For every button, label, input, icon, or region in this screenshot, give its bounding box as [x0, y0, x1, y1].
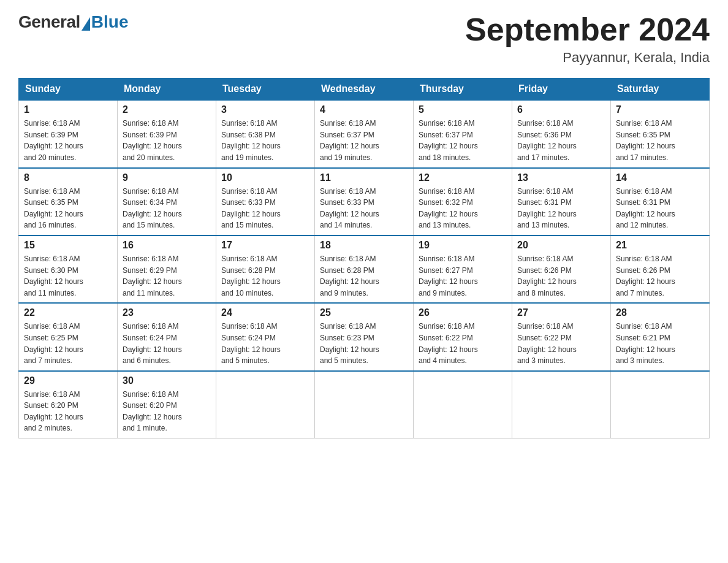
week-row-2: 8 Sunrise: 6:18 AMSunset: 6:35 PMDayligh… [19, 168, 710, 236]
day-number: 21 [616, 240, 704, 251]
day-info: Sunrise: 6:18 AMSunset: 6:28 PMDaylight:… [221, 255, 281, 297]
calendar-cell: 15 Sunrise: 6:18 AMSunset: 6:30 PMDaylig… [19, 236, 118, 303]
day-info: Sunrise: 6:18 AMSunset: 6:37 PMDaylight:… [320, 119, 379, 162]
calendar-cell: 27 Sunrise: 6:18 AMSunset: 6:22 PMDaylig… [512, 303, 611, 370]
calendar-cell: 26 Sunrise: 6:18 AMSunset: 6:22 PMDaylig… [414, 303, 512, 370]
day-info: Sunrise: 6:18 AMSunset: 6:32 PMDaylight:… [419, 187, 478, 230]
day-info: Sunrise: 6:18 AMSunset: 6:33 PMDaylight:… [320, 187, 379, 230]
day-number: 28 [616, 307, 704, 318]
calendar-cell: 21 Sunrise: 6:18 AMSunset: 6:26 PMDaylig… [611, 236, 710, 303]
calendar-cell: 13 Sunrise: 6:18 AMSunset: 6:31 PMDaylig… [512, 168, 611, 236]
calendar-cell: 4 Sunrise: 6:18 AMSunset: 6:37 PMDayligh… [315, 100, 414, 167]
day-number: 14 [616, 172, 704, 183]
day-info: Sunrise: 6:18 AMSunset: 6:35 PMDaylight:… [24, 187, 83, 230]
calendar-cell: 17 Sunrise: 6:18 AMSunset: 6:28 PMDaylig… [216, 236, 315, 303]
header-saturday: Saturday [611, 79, 710, 101]
day-number: 4 [320, 104, 408, 115]
header-monday: Monday [118, 79, 216, 101]
day-info: Sunrise: 6:18 AMSunset: 6:31 PMDaylight:… [517, 187, 577, 230]
calendar-table: Sunday Monday Tuesday Wednesday Thursday… [18, 78, 710, 439]
day-number: 16 [123, 240, 211, 251]
day-number: 22 [24, 307, 112, 318]
header-friday: Friday [512, 79, 611, 101]
day-info: Sunrise: 6:18 AMSunset: 6:31 PMDaylight:… [616, 187, 675, 230]
calendar-cell [414, 371, 512, 439]
logo: General Blue [18, 12, 128, 32]
calendar-cell: 23 Sunrise: 6:18 AMSunset: 6:24 PMDaylig… [118, 303, 216, 370]
calendar-cell: 11 Sunrise: 6:18 AMSunset: 6:33 PMDaylig… [315, 168, 414, 236]
day-info: Sunrise: 6:18 AMSunset: 6:29 PMDaylight:… [123, 255, 182, 297]
day-number: 17 [221, 240, 309, 251]
day-info: Sunrise: 6:18 AMSunset: 6:28 PMDaylight:… [320, 255, 379, 297]
day-number: 18 [320, 240, 408, 251]
calendar-cell: 20 Sunrise: 6:18 AMSunset: 6:26 PMDaylig… [512, 236, 611, 303]
calendar-cell: 7 Sunrise: 6:18 AMSunset: 6:35 PMDayligh… [611, 100, 710, 167]
location-subtitle: Payyannur, Kerala, India [465, 50, 710, 66]
day-info: Sunrise: 6:18 AMSunset: 6:37 PMDaylight:… [419, 119, 478, 162]
day-number: 23 [123, 307, 211, 318]
calendar-cell: 18 Sunrise: 6:18 AMSunset: 6:28 PMDaylig… [315, 236, 414, 303]
day-number: 5 [419, 104, 507, 115]
calendar-cell: 5 Sunrise: 6:18 AMSunset: 6:37 PMDayligh… [414, 100, 512, 167]
day-number: 1 [24, 104, 112, 115]
day-info: Sunrise: 6:18 AMSunset: 6:27 PMDaylight:… [419, 255, 478, 297]
calendar-cell [611, 371, 710, 439]
week-row-3: 15 Sunrise: 6:18 AMSunset: 6:30 PMDaylig… [19, 236, 710, 303]
calendar-cell: 10 Sunrise: 6:18 AMSunset: 6:33 PMDaylig… [216, 168, 315, 236]
page-header: General Blue September 2024 Payyannur, K… [18, 12, 710, 66]
day-number: 9 [123, 172, 211, 183]
calendar-cell: 9 Sunrise: 6:18 AMSunset: 6:34 PMDayligh… [118, 168, 216, 236]
day-info: Sunrise: 6:18 AMSunset: 6:24 PMDaylight:… [123, 322, 182, 365]
header-thursday: Thursday [414, 79, 512, 101]
calendar-cell: 16 Sunrise: 6:18 AMSunset: 6:29 PMDaylig… [118, 236, 216, 303]
calendar-cell: 3 Sunrise: 6:18 AMSunset: 6:38 PMDayligh… [216, 100, 315, 167]
calendar-cell: 12 Sunrise: 6:18 AMSunset: 6:32 PMDaylig… [414, 168, 512, 236]
calendar-cell: 30 Sunrise: 6:18 AMSunset: 6:20 PMDaylig… [118, 371, 216, 439]
day-number: 3 [221, 104, 309, 115]
day-info: Sunrise: 6:18 AMSunset: 6:24 PMDaylight:… [221, 322, 281, 365]
logo-triangle-icon [82, 17, 90, 31]
day-info: Sunrise: 6:18 AMSunset: 6:21 PMDaylight:… [616, 322, 675, 365]
day-number: 13 [517, 172, 605, 183]
day-info: Sunrise: 6:18 AMSunset: 6:33 PMDaylight:… [221, 187, 281, 230]
calendar-cell: 19 Sunrise: 6:18 AMSunset: 6:27 PMDaylig… [414, 236, 512, 303]
day-info: Sunrise: 6:18 AMSunset: 6:20 PMDaylight:… [123, 390, 182, 433]
day-number: 26 [419, 307, 507, 318]
calendar-cell: 14 Sunrise: 6:18 AMSunset: 6:31 PMDaylig… [611, 168, 710, 236]
logo-blue-text: Blue [91, 12, 129, 32]
calendar-cell [315, 371, 414, 439]
calendar-cell: 1 Sunrise: 6:18 AMSunset: 6:39 PMDayligh… [19, 100, 118, 167]
week-row-5: 29 Sunrise: 6:18 AMSunset: 6:20 PMDaylig… [19, 371, 710, 439]
day-number: 10 [221, 172, 309, 183]
calendar-cell: 8 Sunrise: 6:18 AMSunset: 6:35 PMDayligh… [19, 168, 118, 236]
day-number: 24 [221, 307, 309, 318]
day-info: Sunrise: 6:18 AMSunset: 6:26 PMDaylight:… [517, 255, 577, 297]
day-number: 19 [419, 240, 507, 251]
header-sunday: Sunday [19, 79, 118, 101]
calendar-cell: 6 Sunrise: 6:18 AMSunset: 6:36 PMDayligh… [512, 100, 611, 167]
day-info: Sunrise: 6:18 AMSunset: 6:23 PMDaylight:… [320, 322, 379, 365]
day-number: 8 [24, 172, 112, 183]
calendar-cell [216, 371, 315, 439]
day-number: 25 [320, 307, 408, 318]
day-info: Sunrise: 6:18 AMSunset: 6:25 PMDaylight:… [24, 322, 83, 365]
header-row: Sunday Monday Tuesday Wednesday Thursday… [19, 79, 710, 101]
day-number: 27 [517, 307, 605, 318]
calendar-cell: 28 Sunrise: 6:18 AMSunset: 6:21 PMDaylig… [611, 303, 710, 370]
day-info: Sunrise: 6:18 AMSunset: 6:22 PMDaylight:… [517, 322, 577, 365]
day-number: 11 [320, 172, 408, 183]
header-wednesday: Wednesday [315, 79, 414, 101]
title-section: September 2024 Payyannur, Kerala, India [465, 12, 710, 66]
day-info: Sunrise: 6:18 AMSunset: 6:34 PMDaylight:… [123, 187, 182, 230]
day-info: Sunrise: 6:18 AMSunset: 6:39 PMDaylight:… [123, 119, 182, 162]
logo-general-text: General [18, 12, 80, 32]
calendar-cell: 24 Sunrise: 6:18 AMSunset: 6:24 PMDaylig… [216, 303, 315, 370]
logo-blue-part: Blue [80, 12, 129, 32]
calendar-cell: 25 Sunrise: 6:18 AMSunset: 6:23 PMDaylig… [315, 303, 414, 370]
day-info: Sunrise: 6:18 AMSunset: 6:26 PMDaylight:… [616, 255, 675, 297]
day-info: Sunrise: 6:18 AMSunset: 6:22 PMDaylight:… [419, 322, 478, 365]
day-info: Sunrise: 6:18 AMSunset: 6:39 PMDaylight:… [24, 119, 83, 162]
day-info: Sunrise: 6:18 AMSunset: 6:20 PMDaylight:… [24, 390, 83, 433]
calendar-cell: 22 Sunrise: 6:18 AMSunset: 6:25 PMDaylig… [19, 303, 118, 370]
day-number: 6 [517, 104, 605, 115]
